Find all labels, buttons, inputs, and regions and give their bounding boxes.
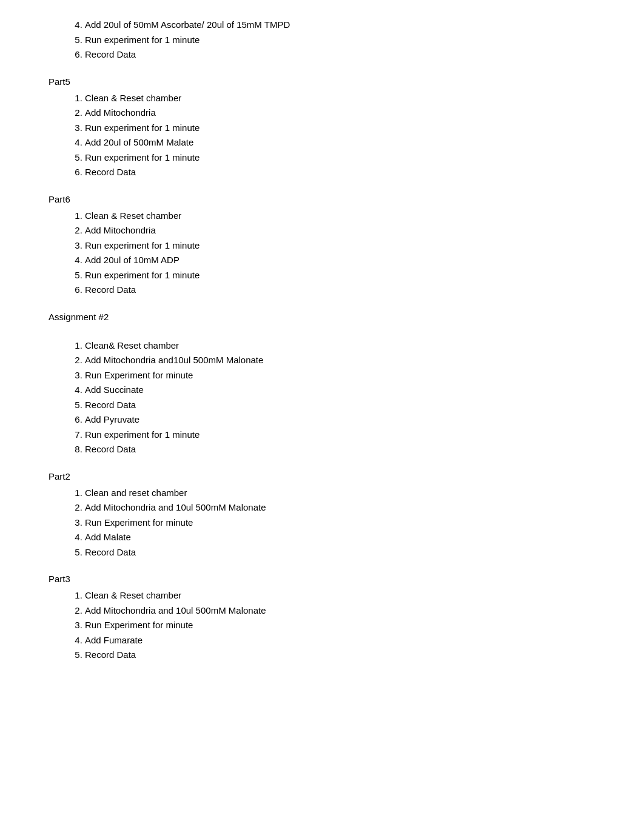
part3-item-5: Record Data	[85, 648, 608, 662]
assignment2-item-5: Record Data	[85, 398, 608, 412]
part5-item-6: Record Data	[85, 166, 608, 179]
part6-section: Part6 Clean & Reset chamber Add Mitochon…	[49, 194, 608, 297]
assignment2-item-2: Add Mitochondria and10ul 500mM Malonate	[85, 354, 608, 367]
part6-item-5: Run experiment for 1 minute	[85, 269, 608, 283]
assignment2-item-4: Add Succinate	[85, 383, 608, 397]
part6-title: Part6	[49, 194, 608, 204]
part5-item-4: Add 20ul of 500mM Malate	[85, 136, 608, 150]
part2-item-5: Record Data	[85, 546, 608, 560]
part2-item-4: Add Malate	[85, 531, 608, 545]
part3-title: Part3	[49, 574, 608, 584]
intro-section: Add 20ul of 50mM Ascorbate/ 20ul of 15mM…	[49, 18, 608, 62]
part3-item-1: Clean & Reset chamber	[85, 589, 608, 603]
part6-item-2: Add Mitochondria	[85, 224, 608, 238]
part5-item-1: Clean & Reset chamber	[85, 92, 608, 106]
assignment2-item-7: Run experiment for 1 minute	[85, 428, 608, 442]
assignment2-item-6: Add Pyruvate	[85, 413, 608, 427]
part6-item-6: Record Data	[85, 283, 608, 297]
part2-title: Part2	[49, 471, 608, 481]
intro-item-6: Record Data	[85, 48, 608, 62]
assignment2-item-3: Run Experiment for minute	[85, 369, 608, 383]
assignment2-title: Assignment #2	[49, 312, 608, 322]
part2-section: Part2 Clean and reset chamber Add Mitoch…	[49, 471, 608, 560]
part2-item-3: Run Experiment for minute	[85, 516, 608, 530]
part3-item-2: Add Mitochondria and 10ul 500mM Malonate	[85, 604, 608, 618]
part5-item-5: Run experiment for 1 minute	[85, 151, 608, 165]
intro-item-5: Run experiment for 1 minute	[85, 33, 608, 47]
part6-item-4: Add 20ul of 10mM ADP	[85, 253, 608, 267]
part5-section: Part5 Clean & Reset chamber Add Mitochon…	[49, 76, 608, 179]
part5-item-3: Run experiment for 1 minute	[85, 121, 608, 135]
part6-item-3: Run experiment for 1 minute	[85, 239, 608, 253]
assignment2-item-8: Record Data	[85, 443, 608, 457]
part3-item-3: Run Experiment for minute	[85, 619, 608, 632]
intro-item-4: Add 20ul of 50mM Ascorbate/ 20ul of 15mM…	[85, 18, 608, 32]
part2-item-1: Clean and reset chamber	[85, 486, 608, 500]
part5-title: Part5	[49, 76, 608, 87]
part2-item-2: Add Mitochondria and 10ul 500mM Malonate	[85, 501, 608, 515]
part5-item-2: Add Mitochondria	[85, 106, 608, 120]
part3-section: Part3 Clean & Reset chamber Add Mitochon…	[49, 574, 608, 662]
part3-item-4: Add Fumarate	[85, 634, 608, 648]
assignment2-item-1: Clean& Reset chamber	[85, 339, 608, 353]
part6-item-1: Clean & Reset chamber	[85, 209, 608, 223]
assignment2-section: Assignment #2 Clean& Reset chamber Add M…	[49, 312, 608, 457]
